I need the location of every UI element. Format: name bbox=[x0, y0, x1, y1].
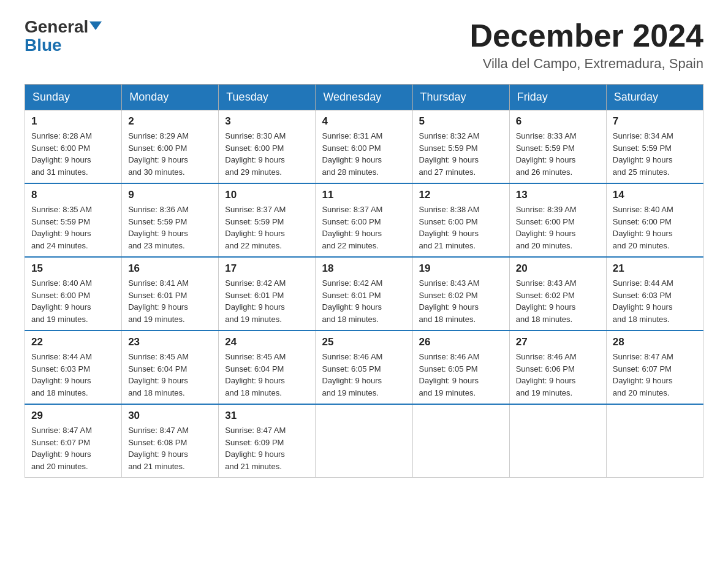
day-info: Sunrise: 8:40 AMSunset: 6:00 PMDaylight:… bbox=[613, 204, 697, 251]
day-info: Sunrise: 8:35 AMSunset: 5:59 PMDaylight:… bbox=[31, 204, 115, 251]
table-row: 18Sunrise: 8:42 AMSunset: 6:01 PMDayligh… bbox=[316, 257, 412, 331]
logo-blue-text: Blue bbox=[25, 37, 62, 54]
day-number: 11 bbox=[322, 189, 406, 201]
table-row: 19Sunrise: 8:43 AMSunset: 6:02 PMDayligh… bbox=[412, 257, 509, 331]
day-number: 27 bbox=[516, 336, 600, 348]
day-number: 14 bbox=[613, 189, 697, 201]
day-number: 1 bbox=[31, 115, 115, 128]
table-row: 30Sunrise: 8:47 AMSunset: 6:08 PMDayligh… bbox=[122, 404, 219, 478]
table-row: 27Sunrise: 8:46 AMSunset: 6:06 PMDayligh… bbox=[509, 331, 606, 404]
day-number: 9 bbox=[128, 189, 212, 201]
day-info: Sunrise: 8:44 AMSunset: 6:03 PMDaylight:… bbox=[31, 351, 115, 399]
day-number: 8 bbox=[31, 189, 115, 201]
calendar-week-row: 15Sunrise: 8:40 AMSunset: 6:00 PMDayligh… bbox=[25, 257, 703, 331]
header-friday: Friday bbox=[509, 85, 606, 110]
main-title: December 2024 bbox=[469, 18, 703, 53]
day-info: Sunrise: 8:45 AMSunset: 6:04 PMDaylight:… bbox=[225, 351, 309, 399]
day-info: Sunrise: 8:46 AMSunset: 6:05 PMDaylight:… bbox=[322, 351, 406, 399]
day-info: Sunrise: 8:34 AMSunset: 5:59 PMDaylight:… bbox=[613, 130, 697, 178]
table-row: 4Sunrise: 8:31 AMSunset: 6:00 PMDaylight… bbox=[316, 110, 412, 184]
day-info: Sunrise: 8:44 AMSunset: 6:03 PMDaylight:… bbox=[613, 277, 697, 325]
table-row: 8Sunrise: 8:35 AMSunset: 5:59 PMDaylight… bbox=[25, 183, 122, 257]
day-number: 31 bbox=[225, 410, 309, 422]
day-info: Sunrise: 8:33 AMSunset: 5:59 PMDaylight:… bbox=[516, 130, 600, 178]
day-info: Sunrise: 8:45 AMSunset: 6:04 PMDaylight:… bbox=[128, 351, 212, 399]
day-info: Sunrise: 8:31 AMSunset: 6:00 PMDaylight:… bbox=[322, 130, 406, 178]
day-info: Sunrise: 8:43 AMSunset: 6:02 PMDaylight:… bbox=[419, 277, 503, 325]
table-row bbox=[412, 404, 509, 478]
calendar-week-row: 8Sunrise: 8:35 AMSunset: 5:59 PMDaylight… bbox=[25, 183, 703, 257]
logo-triangle-icon bbox=[89, 21, 102, 30]
day-number: 5 bbox=[419, 115, 503, 128]
table-row: 16Sunrise: 8:41 AMSunset: 6:01 PMDayligh… bbox=[122, 257, 219, 331]
header-monday: Monday bbox=[122, 85, 219, 110]
table-row: 11Sunrise: 8:37 AMSunset: 6:00 PMDayligh… bbox=[316, 183, 412, 257]
table-row bbox=[509, 404, 606, 478]
table-row: 12Sunrise: 8:38 AMSunset: 6:00 PMDayligh… bbox=[412, 183, 509, 257]
table-row: 5Sunrise: 8:32 AMSunset: 5:59 PMDaylight… bbox=[412, 110, 509, 184]
table-row: 14Sunrise: 8:40 AMSunset: 6:00 PMDayligh… bbox=[606, 183, 703, 257]
header-tuesday: Tuesday bbox=[219, 85, 316, 110]
header: General Blue December 2024 Villa del Cam… bbox=[25, 18, 703, 72]
day-info: Sunrise: 8:47 AMSunset: 6:08 PMDaylight:… bbox=[128, 424, 212, 472]
day-number: 24 bbox=[225, 336, 309, 348]
day-info: Sunrise: 8:37 AMSunset: 5:59 PMDaylight:… bbox=[225, 204, 309, 251]
day-info: Sunrise: 8:32 AMSunset: 5:59 PMDaylight:… bbox=[419, 130, 503, 178]
day-number: 3 bbox=[225, 115, 309, 128]
header-saturday: Saturday bbox=[606, 85, 703, 110]
header-thursday: Thursday bbox=[412, 85, 509, 110]
title-section: December 2024 Villa del Campo, Extremadu… bbox=[469, 18, 703, 72]
day-info: Sunrise: 8:47 AMSunset: 6:07 PMDaylight:… bbox=[31, 424, 115, 472]
day-info: Sunrise: 8:42 AMSunset: 6:01 PMDaylight:… bbox=[225, 277, 309, 325]
day-number: 19 bbox=[419, 262, 503, 275]
calendar-week-row: 1Sunrise: 8:28 AMSunset: 6:00 PMDaylight… bbox=[25, 110, 703, 184]
table-row: 2Sunrise: 8:29 AMSunset: 6:00 PMDaylight… bbox=[122, 110, 219, 184]
day-info: Sunrise: 8:47 AMSunset: 6:07 PMDaylight:… bbox=[613, 351, 697, 399]
table-row: 10Sunrise: 8:37 AMSunset: 5:59 PMDayligh… bbox=[219, 183, 316, 257]
day-number: 20 bbox=[516, 262, 600, 275]
day-info: Sunrise: 8:46 AMSunset: 6:05 PMDaylight:… bbox=[419, 351, 503, 399]
table-row: 28Sunrise: 8:47 AMSunset: 6:07 PMDayligh… bbox=[606, 331, 703, 404]
header-wednesday: Wednesday bbox=[316, 85, 412, 110]
table-row: 15Sunrise: 8:40 AMSunset: 6:00 PMDayligh… bbox=[25, 257, 122, 331]
table-row: 29Sunrise: 8:47 AMSunset: 6:07 PMDayligh… bbox=[25, 404, 122, 478]
logo-general-text: General bbox=[25, 18, 102, 36]
table-row: 17Sunrise: 8:42 AMSunset: 6:01 PMDayligh… bbox=[219, 257, 316, 331]
table-row: 6Sunrise: 8:33 AMSunset: 5:59 PMDaylight… bbox=[509, 110, 606, 184]
day-number: 10 bbox=[225, 189, 309, 201]
day-number: 12 bbox=[419, 189, 503, 201]
day-info: Sunrise: 8:47 AMSunset: 6:09 PMDaylight:… bbox=[225, 424, 309, 472]
day-info: Sunrise: 8:37 AMSunset: 6:00 PMDaylight:… bbox=[322, 204, 406, 251]
day-info: Sunrise: 8:42 AMSunset: 6:01 PMDaylight:… bbox=[322, 277, 406, 325]
table-row: 24Sunrise: 8:45 AMSunset: 6:04 PMDayligh… bbox=[219, 331, 316, 404]
logo: General Blue bbox=[25, 18, 102, 54]
day-number: 22 bbox=[31, 336, 115, 348]
calendar-week-row: 29Sunrise: 8:47 AMSunset: 6:07 PMDayligh… bbox=[25, 404, 703, 478]
day-number: 17 bbox=[225, 262, 309, 275]
day-info: Sunrise: 8:43 AMSunset: 6:02 PMDaylight:… bbox=[516, 277, 600, 325]
table-row: 20Sunrise: 8:43 AMSunset: 6:02 PMDayligh… bbox=[509, 257, 606, 331]
day-number: 29 bbox=[31, 410, 115, 422]
day-info: Sunrise: 8:46 AMSunset: 6:06 PMDaylight:… bbox=[516, 351, 600, 399]
day-info: Sunrise: 8:41 AMSunset: 6:01 PMDaylight:… bbox=[128, 277, 212, 325]
table-row: 26Sunrise: 8:46 AMSunset: 6:05 PMDayligh… bbox=[412, 331, 509, 404]
day-number: 6 bbox=[516, 115, 600, 128]
table-row: 22Sunrise: 8:44 AMSunset: 6:03 PMDayligh… bbox=[25, 331, 122, 404]
day-info: Sunrise: 8:28 AMSunset: 6:00 PMDaylight:… bbox=[31, 130, 115, 178]
day-number: 28 bbox=[613, 336, 697, 348]
table-row: 21Sunrise: 8:44 AMSunset: 6:03 PMDayligh… bbox=[606, 257, 703, 331]
day-number: 16 bbox=[128, 262, 212, 275]
day-number: 25 bbox=[322, 336, 406, 348]
table-row: 25Sunrise: 8:46 AMSunset: 6:05 PMDayligh… bbox=[316, 331, 412, 404]
day-number: 2 bbox=[128, 115, 212, 128]
subtitle: Villa del Campo, Extremadura, Spain bbox=[469, 56, 703, 72]
day-number: 21 bbox=[613, 262, 697, 275]
table-row bbox=[606, 404, 703, 478]
calendar-header-row: Sunday Monday Tuesday Wednesday Thursday… bbox=[25, 85, 703, 110]
header-sunday: Sunday bbox=[25, 85, 122, 110]
day-number: 23 bbox=[128, 336, 212, 348]
day-number: 15 bbox=[31, 262, 115, 275]
calendar-table: Sunday Monday Tuesday Wednesday Thursday… bbox=[25, 84, 703, 478]
table-row: 1Sunrise: 8:28 AMSunset: 6:00 PMDaylight… bbox=[25, 110, 122, 184]
table-row: 13Sunrise: 8:39 AMSunset: 6:00 PMDayligh… bbox=[509, 183, 606, 257]
